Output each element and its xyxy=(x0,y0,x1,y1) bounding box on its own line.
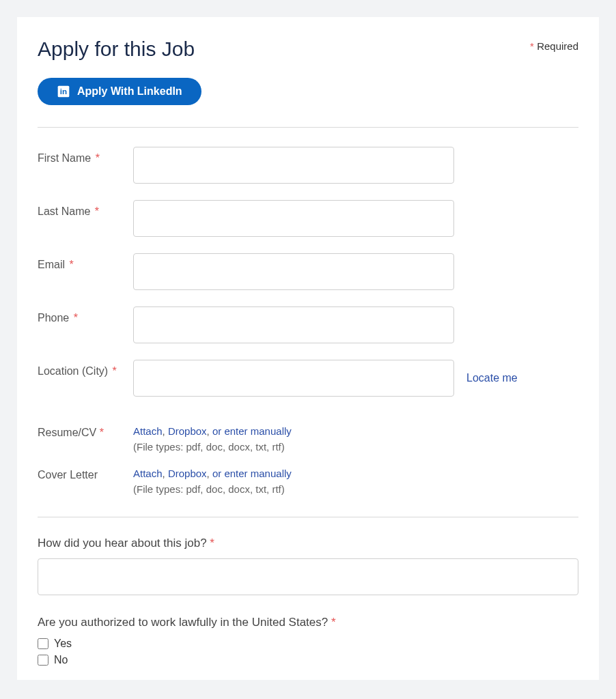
last-name-label: Last Name * xyxy=(38,200,133,218)
separator-line xyxy=(38,127,578,128)
authorized-yes-checkbox[interactable] xyxy=(38,638,48,649)
email-label-text: Email xyxy=(38,259,65,270)
first-name-row: First Name * xyxy=(38,147,578,184)
authorized-no-row: No xyxy=(38,654,578,666)
location-row: Location (City) * Locate me xyxy=(38,360,578,397)
apply-form: Apply for this Job * Required in Apply W… xyxy=(17,17,599,680)
resume-file-types: (File types: pdf, doc, docx, txt, rtf) xyxy=(133,441,292,453)
location-input[interactable] xyxy=(133,360,454,397)
email-label: Email * xyxy=(38,253,133,271)
required-asterisk-icon: * xyxy=(74,312,78,324)
required-text: Required xyxy=(537,40,578,52)
required-asterisk-icon: * xyxy=(95,205,99,217)
linkedin-button-label: Apply With LinkedIn xyxy=(77,85,182,98)
cover-dropbox-link[interactable]: Dropbox xyxy=(168,468,207,479)
required-asterisk-icon: * xyxy=(331,616,336,629)
cover-letter-label-text: Cover Letter xyxy=(38,469,98,481)
how-hear-label: How did you hear about this job? * xyxy=(38,537,578,550)
last-name-input[interactable] xyxy=(133,200,454,237)
first-name-input[interactable] xyxy=(133,147,454,184)
location-label-text: Location (City) xyxy=(38,365,108,377)
required-asterisk-icon: * xyxy=(113,365,117,377)
cover-attach-link[interactable]: Attach xyxy=(133,468,163,479)
resume-attach-link[interactable]: Attach xyxy=(133,425,163,437)
required-asterisk-icon: * xyxy=(530,40,534,52)
resume-manual-link[interactable]: or enter manually xyxy=(212,425,292,437)
required-asterisk-icon: * xyxy=(96,152,100,164)
cover-manual-link[interactable]: or enter manually xyxy=(212,468,292,479)
separator-text: , xyxy=(163,468,168,479)
phone-label-text: Phone xyxy=(38,312,69,324)
location-label: Location (City) * xyxy=(38,360,133,377)
cover-file-types: (File types: pdf, doc, docx, txt, rtf) xyxy=(133,483,292,495)
last-name-row: Last Name * xyxy=(38,200,578,237)
authorized-yes-row: Yes xyxy=(38,638,578,650)
separator-text: , xyxy=(207,425,212,437)
separator-text: , xyxy=(207,468,212,479)
first-name-label: First Name * xyxy=(38,147,133,165)
separator-line xyxy=(38,517,578,517)
required-asterisk-icon: * xyxy=(210,537,214,550)
resume-actions: Attach, Dropbox, or enter manually (File… xyxy=(133,425,292,453)
how-hear-input[interactable] xyxy=(38,558,578,595)
required-asterisk-icon: * xyxy=(100,427,104,438)
authorized-label-text: Are you authorized to work lawfully in t… xyxy=(38,616,328,629)
first-name-label-text: First Name xyxy=(38,152,91,164)
last-name-label-text: Last Name xyxy=(38,205,90,217)
separator-text: , xyxy=(163,425,168,437)
required-note: * Required xyxy=(530,38,578,52)
required-asterisk-icon: * xyxy=(69,259,73,270)
how-hear-label-text: How did you hear about this job? xyxy=(38,537,207,550)
resume-dropbox-link[interactable]: Dropbox xyxy=(168,425,207,437)
authorized-yes-label[interactable]: Yes xyxy=(54,638,72,650)
page-title: Apply for this Job xyxy=(38,38,195,61)
cover-letter-row: Cover Letter Attach, Dropbox, or enter m… xyxy=(38,468,578,495)
resume-row: Resume/CV * Attach, Dropbox, or enter ma… xyxy=(38,425,578,453)
cover-letter-label: Cover Letter xyxy=(38,468,133,481)
resume-label: Resume/CV * xyxy=(38,425,133,439)
authorized-block: Are you authorized to work lawfully in t… xyxy=(38,616,578,666)
how-hear-block: How did you hear about this job? * xyxy=(38,537,578,595)
cover-letter-actions: Attach, Dropbox, or enter manually (File… xyxy=(133,468,292,495)
email-input[interactable] xyxy=(133,253,454,290)
phone-label: Phone * xyxy=(38,306,133,324)
authorized-no-checkbox[interactable] xyxy=(38,655,48,666)
authorized-no-label[interactable]: No xyxy=(54,654,68,666)
resume-label-text: Resume/CV xyxy=(38,427,96,438)
authorized-label: Are you authorized to work lawfully in t… xyxy=(38,616,578,629)
header-row: Apply for this Job * Required xyxy=(38,38,578,61)
locate-me-link[interactable]: Locate me xyxy=(466,372,518,384)
apply-with-linkedin-button[interactable]: in Apply With LinkedIn xyxy=(38,78,201,105)
linkedin-icon: in xyxy=(57,85,70,98)
svg-text:in: in xyxy=(60,87,67,96)
phone-row: Phone * xyxy=(38,306,578,343)
phone-input[interactable] xyxy=(133,306,454,343)
email-row: Email * xyxy=(38,253,578,290)
